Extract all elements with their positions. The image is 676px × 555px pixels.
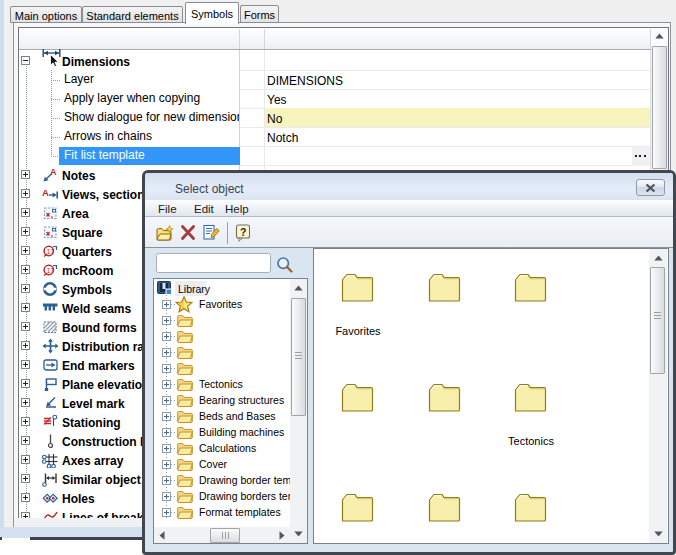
svg-text:17: 17 (47, 266, 55, 273)
svg-text:A: A (50, 167, 57, 177)
svg-text:17: 17 (47, 247, 55, 254)
svg-text:?: ? (240, 226, 246, 238)
svg-text:A: A (42, 186, 49, 197)
